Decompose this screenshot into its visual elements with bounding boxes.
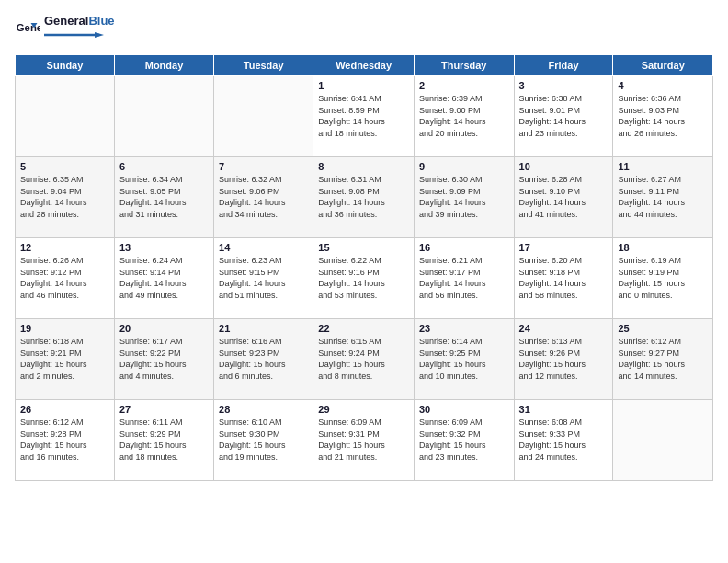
day-info: Sunrise: 6:12 AM Sunset: 9:28 PM Dayligh… [20,417,109,463]
calendar-cell: 17Sunrise: 6:20 AM Sunset: 9:18 PM Dayli… [514,238,613,319]
calendar-cell: 11Sunrise: 6:27 AM Sunset: 9:11 PM Dayli… [613,157,713,238]
day-number: 16 [419,242,509,253]
calendar-cell [613,400,713,481]
calendar-cell [16,76,115,157]
calendar-cell: 26Sunrise: 6:12 AM Sunset: 9:28 PM Dayli… [16,400,115,481]
calendar-cell: 9Sunrise: 6:30 AM Sunset: 9:09 PM Daylig… [414,157,514,238]
day-info: Sunrise: 6:34 AM Sunset: 9:05 PM Dayligh… [119,174,209,220]
calendar-cell: 3Sunrise: 6:38 AM Sunset: 9:01 PM Daylig… [514,76,613,157]
day-number: 14 [219,242,308,253]
day-number: 31 [519,404,609,415]
day-number: 29 [318,404,409,415]
calendar-cell: 16Sunrise: 6:21 AM Sunset: 9:17 PM Dayli… [414,238,514,319]
day-info: Sunrise: 6:18 AM Sunset: 9:21 PM Dayligh… [20,336,109,382]
day-info: Sunrise: 6:10 AM Sunset: 9:30 PM Dayligh… [219,417,308,463]
calendar-cell: 7Sunrise: 6:32 AM Sunset: 9:06 PM Daylig… [214,157,313,238]
day-number: 23 [419,323,509,334]
day-number: 17 [519,242,609,253]
weekday-header-tuesday: Tuesday [214,55,313,76]
calendar-cell: 22Sunrise: 6:15 AM Sunset: 9:24 PM Dayli… [313,319,415,400]
day-number: 9 [419,161,509,172]
day-info: Sunrise: 6:08 AM Sunset: 9:33 PM Dayligh… [519,417,609,463]
calendar-cell: 25Sunrise: 6:12 AM Sunset: 9:27 PM Dayli… [613,319,713,400]
calendar-week-3: 12Sunrise: 6:26 AM Sunset: 9:12 PM Dayli… [16,238,713,319]
day-number: 20 [119,323,209,334]
day-info: Sunrise: 6:27 AM Sunset: 9:11 PM Dayligh… [618,174,708,220]
calendar-cell: 30Sunrise: 6:09 AM Sunset: 9:32 PM Dayli… [414,400,514,481]
day-number: 3 [519,80,609,91]
day-info: Sunrise: 6:35 AM Sunset: 9:04 PM Dayligh… [20,174,109,220]
weekday-header-wednesday: Wednesday [313,55,415,76]
day-number: 15 [318,242,409,253]
day-info: Sunrise: 6:19 AM Sunset: 9:19 PM Dayligh… [618,255,708,301]
calendar-cell: 31Sunrise: 6:08 AM Sunset: 9:33 PM Dayli… [514,400,613,481]
day-number: 18 [618,242,708,253]
calendar-cell: 27Sunrise: 6:11 AM Sunset: 9:29 PM Dayli… [114,400,213,481]
day-info: Sunrise: 6:16 AM Sunset: 9:23 PM Dayligh… [219,336,308,382]
calendar-cell: 15Sunrise: 6:22 AM Sunset: 9:16 PM Dayli… [313,238,415,319]
day-number: 22 [318,323,409,334]
day-number: 30 [419,404,509,415]
weekday-header-saturday: Saturday [613,55,713,76]
day-number: 2 [419,80,509,91]
weekday-header-friday: Friday [514,55,613,76]
day-info: Sunrise: 6:26 AM Sunset: 9:12 PM Dayligh… [20,255,109,301]
calendar-week-4: 19Sunrise: 6:18 AM Sunset: 9:21 PM Dayli… [16,319,713,400]
day-number: 6 [119,161,209,172]
calendar-cell: 4Sunrise: 6:36 AM Sunset: 9:03 PM Daylig… [613,76,713,157]
day-info: Sunrise: 6:11 AM Sunset: 9:29 PM Dayligh… [119,417,209,463]
calendar-cell: 8Sunrise: 6:31 AM Sunset: 9:08 PM Daylig… [313,157,415,238]
calendar-cell: 14Sunrise: 6:23 AM Sunset: 9:15 PM Dayli… [214,238,313,319]
calendar-cell: 19Sunrise: 6:18 AM Sunset: 9:21 PM Dayli… [16,319,115,400]
day-info: Sunrise: 6:38 AM Sunset: 9:01 PM Dayligh… [519,93,609,139]
day-info: Sunrise: 6:09 AM Sunset: 9:31 PM Dayligh… [318,417,409,463]
day-number: 4 [618,80,708,91]
weekday-header-monday: Monday [114,55,213,76]
day-info: Sunrise: 6:24 AM Sunset: 9:14 PM Dayligh… [119,255,209,301]
day-number: 11 [618,161,708,172]
logo-underline [44,32,118,40]
day-info: Sunrise: 6:15 AM Sunset: 9:24 PM Dayligh… [318,336,409,382]
calendar-cell: 1Sunrise: 6:41 AM Sunset: 8:59 PM Daylig… [313,76,415,157]
calendar-week-1: 1Sunrise: 6:41 AM Sunset: 8:59 PM Daylig… [16,76,713,157]
day-info: Sunrise: 6:36 AM Sunset: 9:03 PM Dayligh… [618,93,708,139]
logo: General GeneralBlue [15,15,118,43]
calendar-cell: 24Sunrise: 6:13 AM Sunset: 9:26 PM Dayli… [514,319,613,400]
calendar-week-2: 5Sunrise: 6:35 AM Sunset: 9:04 PM Daylig… [16,157,713,238]
weekday-header-row: SundayMondayTuesdayWednesdayThursdayFrid… [16,55,713,76]
calendar-cell: 12Sunrise: 6:26 AM Sunset: 9:12 PM Dayli… [16,238,115,319]
logo-icon: General [15,17,40,42]
day-info: Sunrise: 6:13 AM Sunset: 9:26 PM Dayligh… [519,336,609,382]
day-number: 24 [519,323,609,334]
calendar-cell: 13Sunrise: 6:24 AM Sunset: 9:14 PM Dayli… [114,238,213,319]
day-info: Sunrise: 6:14 AM Sunset: 9:25 PM Dayligh… [419,336,509,382]
calendar-cell: 18Sunrise: 6:19 AM Sunset: 9:19 PM Dayli… [613,238,713,319]
day-info: Sunrise: 6:17 AM Sunset: 9:22 PM Dayligh… [119,336,209,382]
page-header: General GeneralBlue [15,15,713,43]
calendar-week-5: 26Sunrise: 6:12 AM Sunset: 9:28 PM Dayli… [16,400,713,481]
day-number: 21 [219,323,308,334]
day-info: Sunrise: 6:09 AM Sunset: 9:32 PM Dayligh… [419,417,509,463]
calendar-cell: 20Sunrise: 6:17 AM Sunset: 9:22 PM Dayli… [114,319,213,400]
day-number: 28 [219,404,308,415]
day-number: 5 [20,161,109,172]
calendar-table: SundayMondayTuesdayWednesdayThursdayFrid… [15,54,713,481]
day-info: Sunrise: 6:30 AM Sunset: 9:09 PM Dayligh… [419,174,509,220]
calendar-cell: 21Sunrise: 6:16 AM Sunset: 9:23 PM Dayli… [214,319,313,400]
calendar-cell: 23Sunrise: 6:14 AM Sunset: 9:25 PM Dayli… [414,319,514,400]
day-info: Sunrise: 6:20 AM Sunset: 9:18 PM Dayligh… [519,255,609,301]
day-info: Sunrise: 6:23 AM Sunset: 9:15 PM Dayligh… [219,255,308,301]
calendar-cell: 10Sunrise: 6:28 AM Sunset: 9:10 PM Dayli… [514,157,613,238]
calendar-cell: 6Sunrise: 6:34 AM Sunset: 9:05 PM Daylig… [114,157,213,238]
day-info: Sunrise: 6:12 AM Sunset: 9:27 PM Dayligh… [618,336,708,382]
day-info: Sunrise: 6:32 AM Sunset: 9:06 PM Dayligh… [219,174,308,220]
calendar-cell [114,76,213,157]
calendar-cell: 29Sunrise: 6:09 AM Sunset: 9:31 PM Dayli… [313,400,415,481]
weekday-header-thursday: Thursday [414,55,514,76]
day-number: 25 [618,323,708,334]
day-info: Sunrise: 6:21 AM Sunset: 9:17 PM Dayligh… [419,255,509,301]
day-info: Sunrise: 6:39 AM Sunset: 9:00 PM Dayligh… [419,93,509,139]
day-number: 10 [519,161,609,172]
day-number: 19 [20,323,109,334]
svg-marker-3 [95,32,104,38]
